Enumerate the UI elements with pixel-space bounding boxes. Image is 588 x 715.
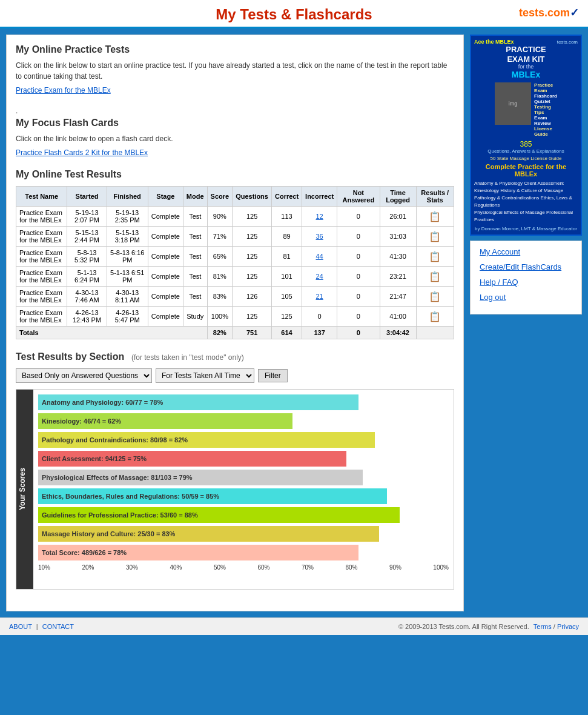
cell-stats[interactable]: 📋 [416,287,454,307]
chart-bar: Client Assessment: 94/125 = 75% [38,451,346,467]
cell-not-answered: 0 [337,227,380,247]
create-edit-link[interactable]: Create/Edit FlashCards [480,262,572,271]
chart-bar: Physiological Effects of Massage: 81/103… [38,470,363,485]
totals-stats [416,327,454,339]
chart-bar: Guidelines for Professional Practice: 53… [38,507,400,523]
cell-incorrect: 36 [302,227,337,247]
col-score: Score [207,187,233,207]
col-stage: Stage [148,187,183,207]
col-started: Started [67,187,107,207]
chart-bar-row: Ethics, Boundaries, Rules and Regulation… [38,488,449,504]
about-link[interactable]: ABOUT [9,623,32,630]
cell-mode: Test [183,287,207,307]
totals-row: Totals 82% 751 614 137 0 3:04:42 [16,327,454,339]
x-label: 50% [214,564,226,571]
chart-bar: Anatomy and Physiology: 60/77 = 78% [38,394,358,410]
flash-cards-description: Click on the link below to open a flash … [16,133,454,144]
totals-questions: 751 [233,327,272,339]
cell-stage: Complete [148,227,183,247]
section-results-subtitle: (for tests taken in "test mode" only) [131,353,244,362]
totals-not-answered: 0 [337,327,380,339]
exam-label: EXAM KIT [474,55,578,64]
dot-separator: . [16,107,454,115]
logo: tests.com✓ [519,6,579,19]
cell-score: 90% [207,207,233,227]
flash-cards-link[interactable]: Practice Flash Cards 2 Kit for the MBLEx [16,148,148,157]
kit-sub: for the [474,64,578,70]
table-row: Practice Exam for the MBLEx 4-30-13 7:46… [16,287,454,307]
my-account-link[interactable]: My Account [480,247,572,256]
col-finished: Finished [107,187,148,207]
chart-container: Your Scores Anatomy and Physiology: 60/7… [16,389,454,590]
cell-questions: 125 [233,247,272,267]
x-label: 70% [302,564,314,571]
author: by Donovan Monroe, LMT & Massage Educato… [474,226,578,231]
table-row: Practice Exam for the MBLEx 5-15-13 2:44… [16,227,454,247]
col-incorrect: Incorrect [302,187,337,207]
cell-stats[interactable]: 📋 [416,227,454,247]
cell-correct: 89 [271,227,302,247]
cell-score: 83% [207,287,233,307]
cell-stats[interactable]: 📋 [416,267,454,287]
chart-bar-row: Guidelines for Professional Practice: 53… [38,507,449,523]
cell-score: 65% [207,247,233,267]
cell-name: Practice Exam for the MBLEx [16,227,67,247]
cell-questions: 125 [233,307,272,327]
cell-name: Practice Exam for the MBLEx [16,287,67,307]
x-label: 10% [38,564,50,571]
questions-label: Questions, Answers & Explanations [474,148,578,154]
cell-score: 100% [207,307,233,327]
cell-name: Practice Exam for the MBLEx [16,207,67,227]
cell-stats[interactable]: 📋 [416,207,454,227]
help-faq-link[interactable]: Help / FAQ [480,278,572,287]
cell-time: 41:30 [380,247,416,267]
cell-mode: Test [183,227,207,247]
section-results-title: Test Results by Section [16,351,124,362]
x-label: 90% [389,564,401,571]
cell-time: 23:21 [380,267,416,287]
cell-stage: Complete [148,267,183,287]
cell-score: 81% [207,267,233,287]
practice-tests-link[interactable]: Practice Exam for the MBLEx [16,86,111,95]
col-stats: Results / Stats [416,187,454,207]
chart-bar-row: Physiological Effects of Massage: 81/103… [38,470,449,485]
filter-time-select[interactable]: For Tests Taken All TimeLast 30 DaysLast… [156,368,254,383]
cell-finished: 5-1-13 6:51 PM [107,267,148,287]
flash-cards-section: My Focus Flash Cards Click on the link b… [16,118,454,157]
cell-correct: 101 [271,267,302,287]
totals-score: 82% [207,327,233,339]
ace-label: Ace the MBLEx [474,39,514,45]
filter-button[interactable]: Filter [258,369,288,382]
cell-time: 26:01 [380,207,416,227]
tests-label: tests.com [557,39,578,45]
col-mode: Mode [183,187,207,207]
cell-started: 5-15-13 2:44 PM [67,227,107,247]
chart-bar-row: Massage History and Culture: 25/30 = 83% [38,526,449,542]
ad-image: img [495,82,531,125]
cell-questions: 125 [233,207,272,227]
footer-right: © 2009-2013 Tests.com. All Right Reserve… [398,623,579,630]
ad-item: Physiological Effects of Massage Profess… [474,209,578,224]
cell-mode: Test [183,247,207,267]
chart-bar: Kinesiology: 46/74 = 62% [38,413,292,429]
section-results: Test Results by Section (for tests taken… [16,351,454,590]
contact-link[interactable]: CONTACT [42,623,74,630]
col-correct: Correct [271,187,302,207]
terms-link[interactable]: Terms [533,623,552,630]
chart-bar-row: Kinesiology: 46/74 = 62% [38,413,449,429]
filter-answered-select[interactable]: Based Only on Answered QuestionsIncludin… [16,368,152,383]
privacy-link[interactable]: Privacy [557,623,579,630]
practice-tests-title: My Online Practice Tests [16,44,454,55]
nav-box: My Account Create/Edit FlashCards Help /… [470,241,582,314]
table-row: Practice Exam for the MBLEx 4-26-13 12:4… [16,307,454,327]
x-label: 100% [433,564,449,571]
cell-name: Practice Exam for the MBLEx [16,307,67,327]
ad-box[interactable]: Ace the MBLEx tests.com PRACTICE EXAM KI… [470,35,582,236]
x-label: 60% [257,564,269,571]
cell-stats[interactable]: 📋 [416,247,454,267]
x-label: 30% [126,564,138,571]
log-out-link[interactable]: Log out [480,293,572,302]
cell-mode: Test [183,207,207,227]
cell-stats[interactable]: 📋 [416,307,454,327]
practice-tests-description: Click on the link below to start an onli… [16,60,454,82]
